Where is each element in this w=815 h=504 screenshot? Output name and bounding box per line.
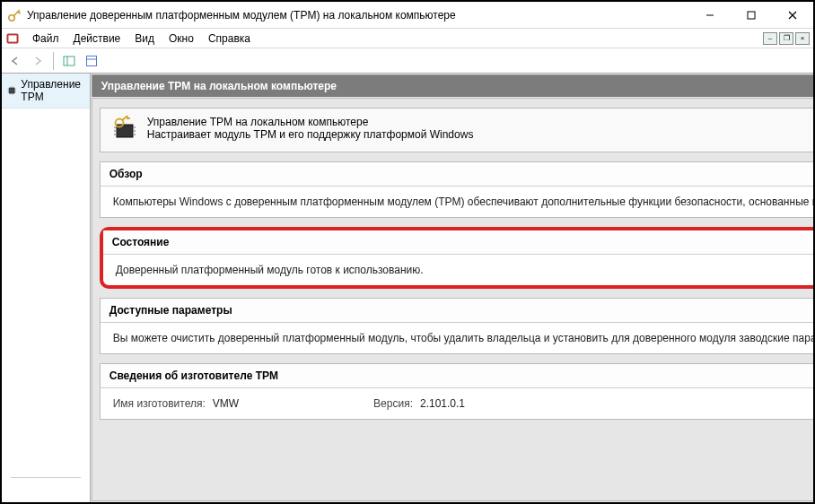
properties-button[interactable] xyxy=(82,51,101,71)
main-area: Управление TPM Управление TPM на локальн… xyxy=(2,74,813,502)
mfg-title: Сведения об изготовителе TPM xyxy=(101,364,815,388)
params-body: Вы можете очистить доверенный платформен… xyxy=(101,323,815,353)
menu-window[interactable]: Окно xyxy=(162,30,201,47)
mfg-version-label: Версия: xyxy=(373,397,413,410)
mdi-minimize[interactable]: – xyxy=(763,32,777,45)
title-bar: Управление доверенным платформенным моду… xyxy=(2,2,813,29)
menu-file[interactable]: Файл xyxy=(25,30,66,47)
window-title: Управление доверенным платформенным моду… xyxy=(27,9,689,22)
svg-rect-2 xyxy=(748,12,755,19)
show-hide-tree-button[interactable] xyxy=(59,51,79,71)
chip-small-icon xyxy=(7,84,16,97)
intro-line1: Управление TPM на локальном компьютере xyxy=(147,116,474,128)
mfg-name-label: Имя изготовителя: xyxy=(113,397,206,410)
intro-line2: Настраивает модуль TPM и его поддержку п… xyxy=(147,128,474,141)
svg-point-0 xyxy=(9,14,14,20)
overview-title: Обзор xyxy=(101,162,815,187)
close-button[interactable] xyxy=(772,3,813,28)
params-panel: Доступные параметры Вы можете очистить д… xyxy=(100,298,815,354)
toolbar xyxy=(2,48,813,74)
svg-rect-5 xyxy=(64,56,74,65)
manufacturer-panel: Сведения об изготовителе TPM Имя изготов… xyxy=(100,363,815,420)
details-header: Управление TPM на локальном компьютере xyxy=(92,74,815,97)
key-icon xyxy=(7,8,22,22)
mdi-restore[interactable]: ❐ xyxy=(779,32,793,45)
details-pane: Управление TPM на локальном компьютере У… xyxy=(91,74,815,502)
svg-rect-7 xyxy=(87,56,97,65)
menu-action[interactable]: Действие xyxy=(66,30,128,47)
console-tree: Управление TPM xyxy=(2,74,91,502)
mmc-icon xyxy=(5,31,20,46)
svg-rect-9 xyxy=(9,88,14,93)
mfg-name-value: VMW xyxy=(213,397,239,410)
nav-back-button[interactable] xyxy=(5,51,25,71)
tpm-chip-icon xyxy=(110,116,138,144)
svg-rect-4 xyxy=(9,35,17,41)
status-body: Доверенный платформенный модуль готов к … xyxy=(103,255,815,285)
menu-help[interactable]: Справка xyxy=(201,30,258,47)
params-title: Доступные параметры xyxy=(101,299,815,323)
nav-forward-button[interactable] xyxy=(28,51,48,71)
tree-item-label: Управление TPM xyxy=(21,78,83,103)
status-title: Состояние xyxy=(103,230,815,255)
menu-bar: Файл Действие Вид Окно Справка – ❐ × xyxy=(2,29,813,48)
status-panel: Состояние Доверенный платформенный модул… xyxy=(100,227,815,289)
overview-body: Компьютеры Windows с доверенным платформ… xyxy=(101,187,815,217)
tree-divider xyxy=(11,477,81,502)
maximize-button[interactable] xyxy=(731,3,772,28)
details-body: Управление TPM на локальном компьютере Н… xyxy=(92,98,815,501)
mfg-version-value: 2.101.0.1 xyxy=(420,397,465,410)
intro-panel: Управление TPM на локальном компьютере Н… xyxy=(100,108,815,152)
menu-view[interactable]: Вид xyxy=(127,30,162,47)
window-controls xyxy=(689,3,813,28)
minimize-button[interactable] xyxy=(689,3,731,28)
overview-panel: Обзор Компьютеры Windows с доверенным пл… xyxy=(100,161,815,218)
tree-item-tpm[interactable]: Управление TPM xyxy=(2,74,90,109)
mdi-close[interactable]: × xyxy=(795,32,810,45)
mdi-controls: – ❐ × xyxy=(763,32,813,45)
